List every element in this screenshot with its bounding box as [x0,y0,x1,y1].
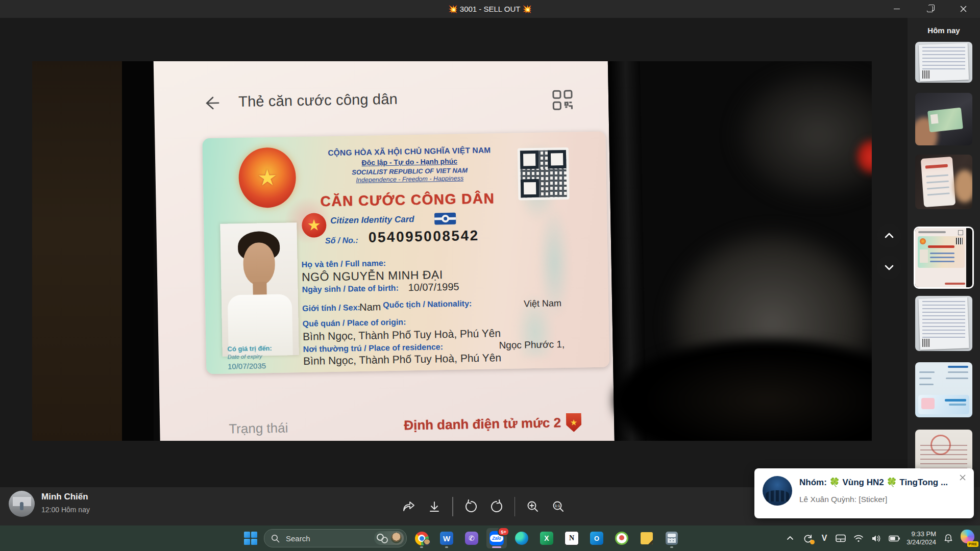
touchpad-icon [836,534,846,542]
svg-text:z: z [948,536,949,539]
start-button[interactable] [242,530,259,547]
thumbnail-bank-receipt[interactable] [915,362,972,417]
image-viewport[interactable]: Thẻ căn cước công dân ★ CỘNG HÒA XÃ HỘI … [32,61,872,441]
taskbar-app-zalo-active[interactable]: Zalo 5+ [486,528,507,548]
taskbar-app-coccoc[interactable] [611,528,632,548]
download-icon [428,500,441,513]
word-icon: W [440,532,453,545]
chevron-up-icon [786,534,794,542]
taskbar-app-chrome[interactable] [411,528,432,548]
close-icon [960,6,967,12]
search-icon [271,534,280,543]
image-viewer-area: Thẻ căn cước công dân ★ CỘNG HÒA XÃ HỘI … [0,18,908,487]
tray-clock[interactable]: 9:33 PM 3/24/2024 [906,530,936,546]
zoom-actual-size-button[interactable]: 1:1 [551,499,566,514]
taskbar-app-sticky-notes[interactable] [636,528,657,548]
notification-toast[interactable]: Nhóm: 🍀 Vùng HN2 🍀 TingTong ... Lê Xuân … [754,468,974,518]
qr-eye [548,150,567,169]
thumbnail-receipt-2[interactable] [915,296,972,351]
taskbar-app-viber[interactable]: ✆ [461,528,482,548]
outlook-icon: O [590,532,603,545]
tray-battery[interactable] [889,533,900,544]
taskbar-app-notion[interactable]: N [561,528,582,548]
scroll-up-button[interactable] [877,223,901,248]
taskbar-app-excel[interactable]: X [536,528,557,548]
portrait-photo [220,222,299,357]
download-button[interactable] [427,499,442,514]
toolbar-separator [452,497,453,516]
taskbar-search[interactable]: Search [264,529,407,547]
tray-copilot[interactable]: PRE [961,530,977,547]
tray-notification-bell[interactable]: z [943,533,954,544]
running-indicator [670,546,673,548]
windows-taskbar: Search W ✆ Zalo 5+ [0,525,980,551]
origin-value: Bình Ngọc, Thành Phố Tuy Hoà, Phú Yên [303,327,501,343]
windows-logo-icon [244,532,257,545]
scroll-down-button[interactable] [877,255,901,280]
taskbar-app-outlook[interactable]: O [586,528,607,548]
rotate-right-icon [489,499,504,514]
minimize-button[interactable] [885,0,909,18]
toolbar-separator [514,497,516,516]
nationality-label: Quốc tịch / Nationality: [383,299,472,310]
search-highlight-image[interactable] [374,531,404,545]
svg-text:1:1: 1:1 [555,504,560,508]
tray-wifi[interactable] [853,533,864,544]
share-button[interactable] [401,499,416,514]
wifi-icon [853,534,864,542]
citizen-id-card: ★ CỘNG HÒA XÃ HỘI CHỦ NGHĨA VIỆT NAM Độc… [202,132,609,374]
zoom-in-button[interactable] [525,499,541,514]
system-tray: V [785,525,977,551]
rotate-left-button[interactable] [463,499,479,514]
residence-value-2: Bình Ngọc, Thành Phố Tuy Hoà, Phú Yên [303,352,501,367]
active-indicator [492,546,501,548]
taskbar-app-edge[interactable] [511,528,532,548]
viber-icon: ✆ [465,532,478,545]
copilot-preview-badge: PRE [967,541,978,547]
qr-eye [520,151,539,169]
battery-icon [889,535,900,542]
restore-icon [927,6,933,12]
chevron-down-icon [884,262,895,273]
expiry-value: 10/07/2035 [228,361,273,371]
restore-button[interactable] [918,0,942,18]
sent-time: 12:00 Hôm nay [41,506,90,514]
expiry-block: Có giá trị đến: Date of expiry 10/07/203… [227,344,272,371]
tray-time: 9:33 PM [906,530,936,538]
thumbnail-hand-id-card[interactable] [915,93,972,145]
photo-background-gap [122,61,154,441]
tray-sync-icon[interactable] [802,533,814,544]
sender-name: Minh Chiến [41,492,88,502]
origin-label: Quê quán / Place of origin: [303,317,406,329]
tray-volume[interactable] [871,533,882,544]
thumbnail-banking-app[interactable] [915,155,972,209]
tray-overflow-button[interactable] [785,533,796,544]
sender-avatar[interactable] [9,491,35,517]
chrome-profile-overlay [423,539,431,546]
excel-icon: X [540,532,553,545]
tray-unikey[interactable]: V [820,533,828,544]
thumbnail-receipt-1[interactable] [915,42,972,83]
sticky-notes-icon [641,532,653,544]
bell-dnd-icon: z [943,533,953,543]
search-placeholder: Search [286,534,310,543]
taskbar-app-word[interactable]: W [436,528,457,548]
thumbnail-sidebar: Hôm nay [908,18,980,487]
notification-close-button[interactable] [957,471,969,484]
tray-touchpad[interactable] [835,533,846,544]
sex-label: Giới tính / Sex: [302,303,360,313]
running-indicator [445,546,448,548]
window-title: 💥 3001 - SELL OUT 💥 [0,0,980,18]
phone-screen-title: Thẻ căn cước công dân [238,91,398,110]
running-indicator [420,546,423,548]
thumbnail-current-selected[interactable] [914,227,974,289]
emblem-star-icon: ★ [257,166,278,189]
zoom-one-to-one-icon: 1:1 [552,500,565,513]
taskbar-app-calculator[interactable] [662,528,682,548]
residence-value-1: Ngọc Phước 1, [499,339,565,351]
title-bar: 💥 3001 - SELL OUT 💥 [0,0,980,18]
eid-shield-icon: ★ [566,413,582,432]
phone-screen: Thẻ căn cước công dân ★ CỘNG HÒA XÃ HỘI … [153,61,615,441]
close-button[interactable] [951,0,975,18]
rotate-right-button[interactable] [489,499,504,514]
